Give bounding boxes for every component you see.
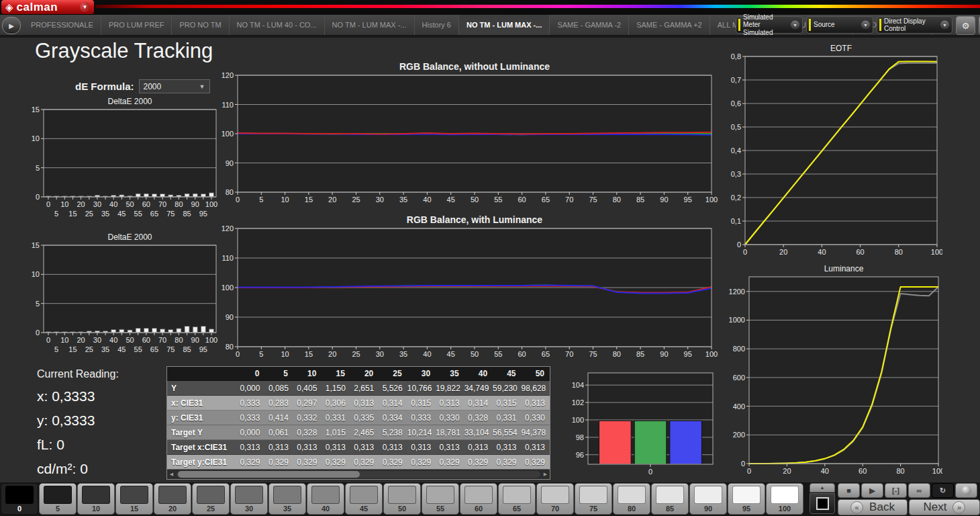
rainbow-gradient-bar (95, 5, 980, 8)
svg-text:75: 75 (589, 350, 597, 358)
table-cell: 0,313 (493, 440, 521, 455)
table-cell: 0,329 (522, 455, 550, 470)
table-cell: 0,334 (379, 411, 407, 425)
pattern-patch-0[interactable]: 0 (1, 483, 38, 515)
pattern-patch-30[interactable]: 30 (230, 483, 268, 515)
deltae1-svg: 0510150510152025303540455055606570758085… (27, 96, 218, 228)
pattern-patch-70[interactable]: 70 (536, 483, 574, 515)
pattern-patch-55[interactable]: 55 (422, 483, 459, 515)
svg-text:DeltaE 2000: DeltaE 2000 (107, 97, 152, 106)
svg-text:200: 200 (733, 431, 745, 439)
svg-text:EOTF: EOTF (830, 44, 852, 53)
pattern-up-button[interactable]: ▲ (810, 483, 835, 492)
layout-tab-7[interactable]: SAME - GAMMA -2 (550, 15, 629, 35)
table-cell: 0,405 (293, 381, 322, 396)
back-button[interactable]: « Back (838, 499, 908, 515)
pattern-patch-80[interactable]: 80 (613, 483, 650, 515)
next-button[interactable]: Next » (909, 499, 980, 515)
patch-swatch (388, 486, 416, 504)
table-col-header: 25 (379, 367, 407, 381)
table-cell: 0,329 (493, 455, 521, 470)
settings-gear-button[interactable]: ⚙ (956, 16, 975, 35)
scroll-right-icon[interactable]: ▶ (541, 470, 550, 478)
play-button[interactable]: ▶ (861, 483, 883, 498)
pattern-patch-15[interactable]: 15 (115, 483, 153, 515)
layout-tab-6[interactable]: NO TM - LUM MAX -... (459, 15, 550, 35)
svg-text:110: 110 (222, 254, 234, 262)
table-row-y: Y0,0000,0850,4051,1502,6515,52610,76619,… (167, 381, 550, 396)
layout-tab-3[interactable]: NO TM - LUM 40 - CO... (230, 15, 325, 35)
layout-tab-8[interactable]: SAME - GAMMA +2 (629, 15, 710, 35)
table-row-x-cie31: x: CIE310,3330,2830,2970,3060,3130,3140,… (167, 396, 550, 411)
layout-tab-0[interactable]: PROFESSIONALE (23, 15, 101, 35)
pattern-patch-45[interactable]: 45 (345, 483, 383, 515)
meter-dropdown[interactable]: Simulated Meter Simulated ▼ (736, 16, 803, 34)
pattern-patch-95[interactable]: 95 (728, 483, 765, 515)
patch-swatch (158, 486, 187, 504)
current-reading-panel: Current Reading: x: 0,3333 y: 0,3333 fL:… (37, 368, 119, 485)
table-cell: 2,651 (350, 381, 379, 396)
eotf-svg: 00,10,20,30,40,50,60,70,8020406080100EOT… (724, 39, 942, 262)
svg-text:20: 20 (779, 248, 787, 256)
table-cell: 0,328 (464, 411, 493, 425)
pattern-patch-65[interactable]: 65 (498, 483, 536, 515)
results-table: 05101520253035404550Y0,0000,0850,4051,15… (166, 366, 550, 480)
svg-text:120: 120 (222, 224, 234, 232)
next-arrow-icon: » (952, 501, 965, 514)
page-title: Grayscale Tracking (35, 39, 213, 63)
pattern-patch-90[interactable]: 90 (689, 483, 727, 515)
table-cell: 0,330 (522, 411, 550, 425)
svg-text:15: 15 (305, 196, 313, 204)
pattern-patch-25[interactable]: 25 (192, 483, 230, 515)
source-dropdown[interactable]: Source ▼ (806, 16, 873, 34)
patch-swatch (579, 486, 607, 504)
pattern-patch-85[interactable]: 85 (651, 483, 689, 515)
scrollbar-track[interactable] (177, 471, 540, 478)
pattern-patch-10[interactable]: 10 (77, 483, 115, 515)
de-formula-select[interactable]: 2000 ▼ (139, 79, 210, 93)
display-control-dropdown[interactable]: Direct Display Control ▼ (877, 16, 952, 34)
scrollbar-thumb[interactable] (178, 471, 360, 478)
table-cell: 0,313 (379, 440, 407, 455)
svg-text:45: 45 (447, 350, 455, 358)
table-cell: 1,150 (322, 381, 350, 396)
table-scrollbar[interactable]: ◀ ▶ (167, 469, 550, 479)
svg-text:35: 35 (399, 350, 407, 358)
tab-overflow-button[interactable]: ▶ (2, 17, 21, 34)
pattern-patch-40[interactable]: 40 (307, 483, 344, 515)
svg-text:50: 50 (471, 196, 479, 204)
svg-text:80: 80 (895, 248, 903, 256)
svg-text:85: 85 (636, 196, 644, 204)
svg-text:20: 20 (77, 336, 85, 344)
pattern-window-button[interactable] (810, 493, 835, 514)
svg-text:RGB Balance, without Luminance: RGB Balance, without Luminance (399, 61, 550, 72)
pattern-patch-35[interactable]: 35 (268, 483, 306, 515)
refresh-button[interactable]: ↻ (932, 483, 954, 498)
pattern-patch-20[interactable]: 20 (154, 483, 191, 515)
pattern-window-button[interactable]: [-] (885, 483, 907, 498)
calman-logo[interactable]: ◈ calman ▼ (1, 0, 94, 14)
layout-tab-4[interactable]: NO TM - LUM MAX -... (325, 15, 415, 35)
svg-text:45: 45 (117, 210, 126, 218)
pattern-patch-50[interactable]: 50 (383, 483, 421, 515)
pattern-patch-60[interactable]: 60 (460, 483, 497, 515)
layout-tab-2[interactable]: PRO NO TM (172, 15, 229, 35)
loop-button[interactable]: ∞ (908, 483, 930, 498)
pattern-patch-5[interactable]: 5 (39, 483, 77, 515)
patch-value-label: 45 (346, 505, 382, 513)
svg-text:95: 95 (684, 350, 692, 358)
scroll-left-icon[interactable]: ◀ (167, 470, 176, 478)
pattern-patch-75[interactable]: 75 (575, 483, 612, 515)
pattern-patch-100[interactable]: 100 (766, 483, 803, 515)
table-cell: 0,329 (264, 455, 293, 470)
svg-text:55: 55 (494, 196, 502, 204)
record-button[interactable] (955, 483, 977, 498)
patch-swatch (464, 486, 493, 504)
layout-tab-1[interactable]: PRO LUM PREF (101, 15, 173, 35)
stop-button[interactable]: ■ (838, 483, 860, 498)
layout-tab-5[interactable]: History 6 (415, 15, 459, 35)
svg-text:65: 65 (150, 345, 158, 353)
logo-menu-dropdown[interactable]: ▼ (80, 2, 90, 12)
svg-text:DeltaE 2000: DeltaE 2000 (107, 232, 152, 242)
svg-text:20: 20 (328, 350, 336, 358)
